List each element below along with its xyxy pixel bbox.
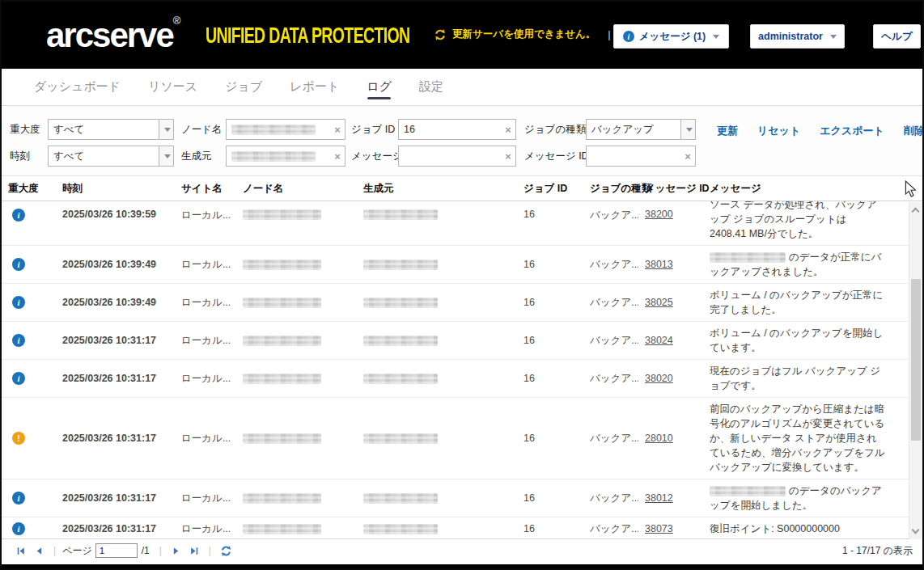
info-severity-icon: i	[12, 209, 25, 222]
message-id-filter-input[interactable]: ×	[586, 146, 696, 167]
redacted-node	[243, 374, 321, 384]
dropdown-trigger-icon[interactable]	[159, 120, 173, 139]
message-id-cell: 38012	[638, 492, 703, 504]
site-cell: ローカル...	[175, 522, 236, 536]
app-header: arcserve® UNIFIED DATA PROTECTION 更新サーバを…	[2, 2, 922, 69]
info-severity-icon: i	[12, 372, 25, 385]
message-cell: ソース データが処理され、バックアップ ジョブのスループットは 2408.41 …	[703, 201, 909, 245]
chevron-down-icon	[713, 35, 719, 39]
message-cell: 現在のジョブはフル バックアップ ジョブです。	[703, 360, 909, 397]
site-cell: ローカル...	[175, 492, 236, 505]
message-id-cell: 38025	[638, 297, 703, 308]
dropdown-trigger-icon[interactable]	[680, 120, 695, 139]
vertical-scrollbar[interactable]	[909, 202, 922, 539]
scrollbar-thumb[interactable]	[911, 279, 921, 441]
next-page-button[interactable]	[171, 546, 181, 556]
message-id-link[interactable]: 38073	[645, 523, 673, 534]
job-id-cell: 16	[517, 335, 583, 346]
message-id-link[interactable]: 38020	[645, 373, 673, 384]
time-cell: 2025/03/26 10:31:17	[56, 373, 175, 384]
messages-button-label: メッセージ (1)	[639, 30, 706, 44]
action-link[interactable]: エクスポート	[820, 124, 884, 138]
severity-filter-select[interactable]: すべて	[48, 119, 174, 140]
action-link[interactable]: リセット	[757, 124, 800, 138]
severity-cell: i	[2, 258, 56, 271]
column-header[interactable]: メッセージ	[703, 182, 922, 196]
job-type-filter-select[interactable]: バックアップ	[586, 119, 696, 140]
action-link[interactable]: 削除	[904, 124, 924, 138]
redacted-node	[243, 493, 321, 504]
scroll-down-icon[interactable]	[912, 526, 920, 534]
redacted-source	[363, 298, 438, 308]
redacted-message-prefix	[710, 252, 786, 263]
prev-page-button[interactable]	[34, 546, 45, 556]
message-cell: 復旧ポイント: S0000000000	[703, 517, 909, 538]
first-page-button[interactable]	[15, 546, 26, 556]
message-id-link[interactable]: 38013	[645, 259, 673, 270]
column-header[interactable]: 時刻	[56, 182, 175, 196]
refresh-button[interactable]	[220, 545, 232, 557]
action-link[interactable]: 更新	[717, 124, 738, 138]
clear-icon[interactable]: ×	[330, 150, 345, 163]
redacted-node	[243, 336, 321, 346]
table-row: i2025/03/26 10:31:17ローカル...16バックア...3801…	[2, 479, 909, 517]
column-header[interactable]: ジョブ ID	[517, 182, 583, 196]
message-id-link[interactable]: 38024	[645, 335, 673, 346]
nav-tab[interactable]: 設定	[419, 69, 443, 105]
info-icon: i	[623, 31, 634, 42]
nav-tab[interactable]: ログ	[367, 69, 392, 105]
nav-tab[interactable]: レポート	[290, 69, 339, 105]
clear-icon[interactable]: ×	[501, 124, 515, 136]
node-cell	[236, 297, 357, 308]
clear-icon[interactable]: ×	[680, 150, 695, 163]
alert-text: 更新サーバを使用できません。	[452, 27, 596, 41]
severity-cell: i	[2, 522, 56, 535]
redacted-source	[363, 209, 438, 220]
help-button-label: ヘルプ	[881, 30, 912, 44]
scroll-up-icon[interactable]	[912, 208, 920, 216]
info-severity-icon: i	[12, 258, 25, 271]
divider: |	[53, 545, 56, 556]
message-cell: 前回のバックアップから圧縮または暗号化のアルゴリズムが変更されているか、新しいデ…	[703, 398, 909, 479]
page-number-input[interactable]	[95, 543, 138, 558]
job-id-filter-input[interactable]: 16 ×	[398, 119, 516, 140]
info-severity-icon: i	[12, 522, 25, 535]
clear-icon[interactable]: ×	[330, 124, 345, 136]
last-page-button[interactable]	[189, 546, 200, 556]
nav-tab[interactable]: リソース	[148, 69, 197, 105]
node-name-filter-input[interactable]: ×	[226, 119, 345, 140]
column-header[interactable]: 重大度	[2, 182, 56, 196]
column-header[interactable]: ノード名	[236, 182, 357, 196]
warning-severity-icon: !	[12, 432, 25, 445]
job-id-cell: 16	[517, 297, 583, 308]
user-menu-button[interactable]: administrator	[750, 24, 845, 49]
redacted-source	[363, 336, 438, 346]
message-id-link[interactable]: 38025	[645, 297, 673, 308]
nav-tab[interactable]: ダッシュボード	[34, 69, 121, 105]
column-header[interactable]: サイト名	[175, 182, 236, 196]
message-id-link[interactable]: 38200	[645, 209, 673, 220]
nav-tab[interactable]: ジョブ	[225, 69, 262, 105]
message-filter-label: メッセージ	[351, 146, 403, 167]
message-id-link[interactable]: 28010	[645, 433, 673, 444]
source-cell	[357, 201, 517, 220]
job-type-cell: バックア...	[583, 334, 638, 348]
messages-button[interactable]: i メッセージ (1)	[613, 24, 729, 49]
site-cell: ローカル...	[175, 372, 236, 386]
redacted-source	[363, 433, 438, 444]
dropdown-trigger-icon[interactable]	[159, 146, 173, 166]
clear-icon[interactable]: ×	[501, 150, 515, 163]
source-filter-input[interactable]: ×	[226, 146, 345, 167]
message-id-cell: 38200	[638, 201, 703, 220]
message-id-link[interactable]: 38012	[645, 492, 673, 504]
column-header[interactable]: メッセージ ID	[638, 182, 703, 196]
time-filter-select[interactable]: すべて	[48, 146, 174, 167]
severity-cell: i	[2, 372, 56, 385]
column-header[interactable]: ジョブの種類	[583, 182, 638, 196]
message-filter-input[interactable]: ×	[398, 146, 516, 167]
log-table-body: i2025/03/26 10:39:59ローカル...16バックア...3820…	[2, 201, 922, 538]
column-header[interactable]: 生成元	[357, 182, 517, 196]
job-id-cell: 16	[517, 523, 583, 534]
table-row: i2025/03/26 10:31:17ローカル...16バックア...3807…	[2, 517, 909, 538]
help-button[interactable]: ヘルプ	[873, 24, 921, 49]
